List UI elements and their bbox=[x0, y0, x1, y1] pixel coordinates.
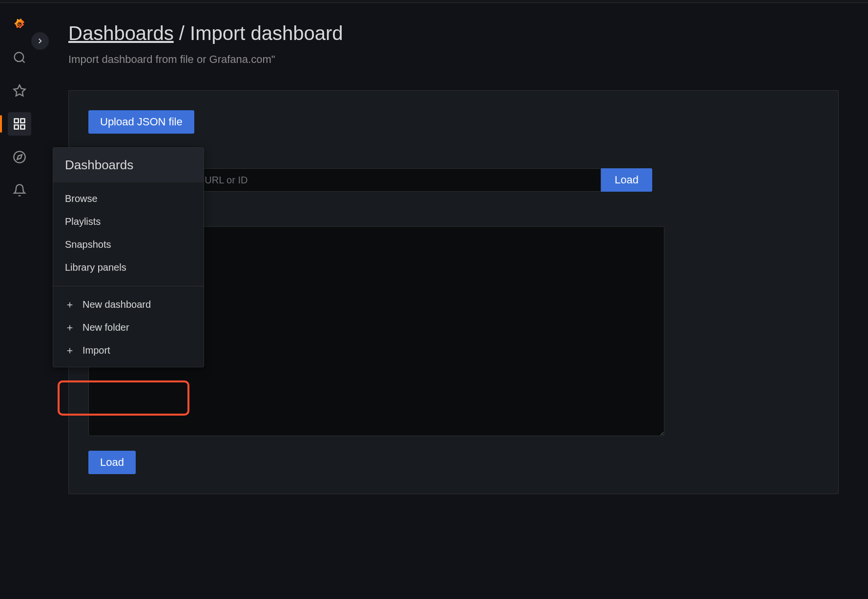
svg-point-0 bbox=[15, 53, 24, 62]
sidebar bbox=[0, 3, 39, 599]
popover-item-import[interactable]: Import bbox=[53, 339, 204, 362]
popover-primary-section: Browse Playlists Snapshots Library panel… bbox=[53, 182, 204, 284]
svg-line-1 bbox=[22, 60, 24, 62]
popover-item-label: Playlists bbox=[65, 216, 101, 227]
bell-icon bbox=[13, 183, 26, 197]
svg-rect-4 bbox=[21, 119, 24, 123]
svg-rect-6 bbox=[21, 125, 24, 129]
popover-item-label: Browse bbox=[65, 193, 98, 204]
plus-icon bbox=[65, 346, 75, 356]
svg-rect-3 bbox=[15, 119, 19, 123]
plus-icon bbox=[65, 300, 75, 310]
popover-item-label: Library panels bbox=[65, 262, 126, 273]
grafana-logo[interactable] bbox=[8, 13, 31, 36]
popover-item-snapshots[interactable]: Snapshots bbox=[53, 233, 204, 256]
grafana-logo-icon bbox=[13, 18, 26, 31]
upload-json-button[interactable]: Upload JSON file bbox=[88, 110, 194, 134]
popover-title: Dashboards bbox=[53, 148, 204, 182]
popover-divider bbox=[53, 286, 204, 286]
page-subtitle: Import dashboard from file or Grafana.co… bbox=[68, 53, 839, 66]
popover-item-label: New dashboard bbox=[83, 299, 151, 310]
dashboards-popover: Dashboards Browse Playlists Snapshots Li… bbox=[53, 147, 204, 367]
breadcrumb-current: Import dashboard bbox=[190, 22, 343, 44]
load-url-button[interactable]: Load bbox=[601, 168, 652, 192]
star-icon bbox=[13, 84, 26, 98]
chevron-right-icon bbox=[36, 37, 44, 45]
sidebar-explore[interactable] bbox=[8, 145, 31, 169]
popover-secondary-section: New dashboard New folder Import bbox=[53, 288, 204, 367]
sidebar-alerting[interactable] bbox=[8, 179, 31, 202]
search-icon bbox=[13, 51, 26, 64]
dashboards-icon bbox=[13, 117, 26, 131]
svg-marker-8 bbox=[17, 155, 22, 160]
sidebar-starred[interactable] bbox=[8, 79, 31, 102]
sidebar-dashboards[interactable] bbox=[8, 112, 31, 136]
popover-item-label: Snapshots bbox=[65, 239, 111, 250]
svg-rect-5 bbox=[15, 125, 19, 129]
popover-item-library-panels[interactable]: Library panels bbox=[53, 256, 204, 279]
breadcrumb: Dashboards / Import dashboard bbox=[68, 22, 839, 44]
popover-item-label: Import bbox=[83, 345, 110, 356]
breadcrumb-root-link[interactable]: Dashboards bbox=[68, 22, 174, 44]
popover-item-browse[interactable]: Browse bbox=[53, 187, 204, 210]
load-json-button[interactable]: Load bbox=[88, 451, 136, 474]
plus-icon bbox=[65, 323, 75, 333]
sidebar-expand-button[interactable] bbox=[31, 32, 49, 50]
compass-icon bbox=[13, 150, 26, 164]
svg-point-7 bbox=[14, 151, 25, 162]
sidebar-search[interactable] bbox=[8, 46, 31, 69]
breadcrumb-separator: / bbox=[174, 22, 190, 44]
popover-item-playlists[interactable]: Playlists bbox=[53, 210, 204, 233]
popover-item-label: New folder bbox=[83, 322, 129, 333]
popover-item-new-dashboard[interactable]: New dashboard bbox=[53, 293, 204, 316]
popover-item-new-folder[interactable]: New folder bbox=[53, 316, 204, 339]
svg-marker-2 bbox=[14, 85, 25, 96]
